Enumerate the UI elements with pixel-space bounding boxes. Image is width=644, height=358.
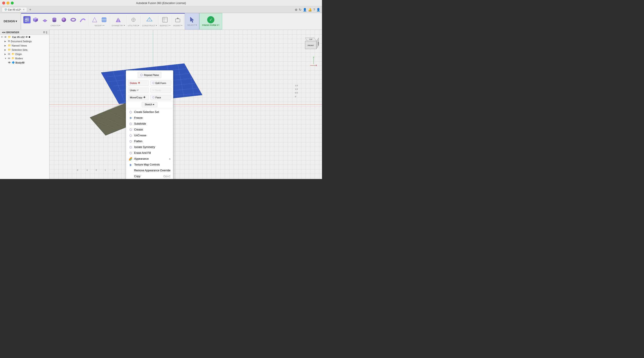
modify-section-label: MODIFY bbox=[94, 24, 103, 27]
origin-eye-icon[interactable]: 👁 bbox=[8, 53, 10, 55]
freeze-icon: ❄ bbox=[129, 116, 132, 120]
car-eye-icon[interactable]: 👁 bbox=[4, 36, 7, 38]
finish-form-label: FINISH FORM ▾ bbox=[202, 24, 218, 26]
appearance-shortcut: a bbox=[169, 157, 170, 160]
edit-form-button[interactable]: ⬡ Edit Form bbox=[150, 80, 172, 86]
utilities-section-label: UTILITIES bbox=[128, 24, 138, 27]
create-torus-button[interactable] bbox=[69, 16, 78, 24]
close-button[interactable] bbox=[2, 1, 5, 4]
create-plane-button[interactable] bbox=[40, 16, 50, 24]
move-copy-button[interactable]: Move/Copy ✥ bbox=[128, 95, 149, 100]
ctx-item-erase-fill[interactable]: ⬡ Erase And Fill bbox=[126, 150, 173, 156]
modify-button-2[interactable] bbox=[100, 16, 108, 24]
origin-expand[interactable]: ▶ bbox=[4, 53, 7, 55]
select-section[interactable]: SELECT ▾ bbox=[185, 13, 199, 29]
browser-item-car[interactable]: ▼ 👁 📁 Car #5 v12 ⚙ ⏺ bbox=[0, 35, 49, 39]
browser-item-named-views[interactable]: ▶ 📁 Named Views bbox=[0, 43, 49, 48]
new-tab-button[interactable]: + bbox=[28, 7, 32, 12]
document-tab[interactable]: 🛡️ Car #5 v12* ✕ bbox=[2, 7, 27, 12]
create-selection-set-icon: ⬡ bbox=[129, 110, 132, 114]
create-section-label: CREATE bbox=[50, 24, 59, 27]
user-avatar[interactable]: 👤 bbox=[316, 8, 320, 11]
browser-item-doc-settings[interactable]: ▶ ⚙ Document Settings bbox=[0, 39, 49, 43]
ctx-item-freeze[interactable]: ❄ Freeze bbox=[126, 115, 173, 121]
ctx-item-appearance[interactable]: 🌈 Appearance a bbox=[126, 156, 173, 162]
ctx-item-flatten[interactable]: ⬡ Flatten bbox=[126, 138, 173, 144]
selection-sets-folder-icon: 📁 bbox=[8, 48, 11, 51]
create-box-button[interactable] bbox=[31, 16, 40, 24]
selection-sets-expand[interactable]: ▶ bbox=[4, 49, 7, 51]
ctx-item-texture-map[interactable]: ◈ Texture Map Controls bbox=[126, 162, 173, 168]
browser-view-button[interactable]: ⊟ bbox=[43, 31, 45, 34]
create-pipe-button[interactable] bbox=[78, 16, 87, 24]
utilities-button-1[interactable] bbox=[129, 16, 138, 24]
car-label: Car #5 v12 bbox=[12, 36, 24, 38]
doc-settings-expand[interactable]: ▶ bbox=[4, 40, 7, 42]
ctx-item-crease[interactable]: ⬡ Crease bbox=[126, 127, 173, 132]
browser-header: ◀◀ BROWSER ⊟ ‖ bbox=[0, 30, 49, 35]
browser-item-bodies[interactable]: ▼ 👁 📁 Bodies bbox=[0, 56, 49, 60]
ctx-item-subdivide[interactable]: ⬡ Subdivide bbox=[126, 121, 173, 127]
utilities-section: UTILITIES ▾ bbox=[126, 16, 141, 27]
car-expand-arrow[interactable]: ▼ bbox=[1, 36, 4, 38]
create-section: CREATE ▾ bbox=[22, 16, 89, 27]
ctx-item-uncrease[interactable]: ⬡ UnCrease bbox=[126, 132, 173, 138]
new-window-button[interactable]: ⊕ bbox=[295, 8, 298, 11]
isolate-symmetry-icon: ⬡ bbox=[129, 145, 132, 149]
help-icon[interactable]: ? bbox=[313, 8, 315, 11]
undo-button[interactable]: Undo ↩ bbox=[128, 88, 149, 93]
notifications-icon[interactable]: 🔔 bbox=[308, 8, 312, 11]
insert-section-label: INSERT bbox=[173, 24, 181, 27]
svg-point-11 bbox=[52, 20, 56, 22]
car-folder-icon: 📁 bbox=[8, 35, 11, 38]
ctx-item-create-selection-set[interactable]: ⬡ Create Selection Set bbox=[126, 109, 173, 115]
insert-button-1[interactable] bbox=[173, 16, 182, 24]
crease-icon: ⬡ bbox=[129, 128, 132, 131]
bodies-expand[interactable]: ▼ bbox=[4, 57, 7, 59]
symmetry-button-1[interactable] bbox=[114, 16, 123, 24]
modify-button-1[interactable] bbox=[90, 16, 99, 24]
context-menu-top-row: ⬡ Repeat Plane bbox=[126, 70, 173, 79]
named-views-expand[interactable]: ▶ bbox=[4, 44, 7, 47]
browser-options-button[interactable]: ‖ bbox=[46, 31, 48, 34]
tab-close-icon[interactable]: ✕ bbox=[23, 8, 24, 11]
viewport[interactable]: TOP FRONT RIGHT Z X bbox=[50, 30, 322, 179]
create-sphere-button[interactable] bbox=[59, 16, 68, 24]
refresh-button[interactable]: ↻ bbox=[299, 8, 302, 11]
construct-section: CONSTRUCT ▾ bbox=[141, 16, 158, 27]
flatten-label: Flatten bbox=[134, 140, 170, 143]
flatten-icon: ⬡ bbox=[129, 139, 132, 143]
repeat-plane-button[interactable]: ⬡ Repeat Plane bbox=[138, 72, 161, 78]
tab-icon: 🛡️ bbox=[4, 8, 7, 11]
ctx-item-remove-appearance[interactable]: Remove Appearance Override bbox=[126, 168, 173, 173]
nav-cube[interactable]: TOP FRONT RIGHT bbox=[300, 34, 318, 52]
bodies-eye-icon[interactable]: 👁 bbox=[8, 57, 10, 60]
ctx-item-isolate-symmetry[interactable]: ⬡ Isolate Symmetry bbox=[126, 144, 173, 150]
car-record-icon[interactable]: ⏺ bbox=[28, 36, 30, 38]
browser-item-selection-sets[interactable]: ▶ 📁 Selection Sets bbox=[0, 48, 49, 52]
tab-label: Car #5 v12* bbox=[8, 8, 21, 11]
delete-button[interactable]: Delete ✕ bbox=[128, 80, 149, 86]
account-icon[interactable]: 👤 bbox=[303, 8, 307, 11]
body49-eye-icon[interactable]: 👁 bbox=[8, 61, 10, 64]
create-form-add-button[interactable] bbox=[23, 16, 30, 23]
redo-button[interactable]: ↪ Redo bbox=[150, 88, 172, 93]
construct-button-1[interactable] bbox=[145, 16, 154, 24]
finish-form-section[interactable]: ✓ FINISH FORM ▾ ▾ bbox=[199, 13, 222, 29]
car-settings-icon[interactable]: ⚙ bbox=[26, 36, 28, 38]
face-button[interactable]: ⬡ Face bbox=[150, 95, 172, 100]
browser-collapse-icon[interactable]: ◀◀ bbox=[2, 31, 6, 33]
inspect-section: INSPECT ▾ bbox=[158, 16, 172, 27]
create-cylinder-button[interactable] bbox=[50, 16, 59, 24]
design-dropdown-button[interactable]: DESIGN ▾ bbox=[0, 13, 21, 29]
browser-item-body49[interactable]: 👁 🔷 Body49 bbox=[0, 60, 49, 65]
sketch-button[interactable]: Sketch ▾ bbox=[142, 102, 157, 107]
context-menu-undo-redo-row: Undo ↩ ↪ Redo bbox=[126, 87, 173, 94]
x-axis-line bbox=[310, 65, 316, 66]
minimize-button[interactable] bbox=[6, 1, 10, 4]
browser-item-origin[interactable]: ▶ 👁 📁 Origin bbox=[0, 52, 49, 56]
ctx-item-copy[interactable]: Copy Ctrl+C bbox=[126, 173, 173, 179]
browser-panel: ◀◀ BROWSER ⊟ ‖ ▼ 👁 📁 Car #5 v12 ⚙ ⏺ ▶ ⚙ … bbox=[0, 30, 50, 179]
fullscreen-button[interactable] bbox=[11, 1, 14, 4]
inspect-button-1[interactable] bbox=[160, 16, 170, 24]
